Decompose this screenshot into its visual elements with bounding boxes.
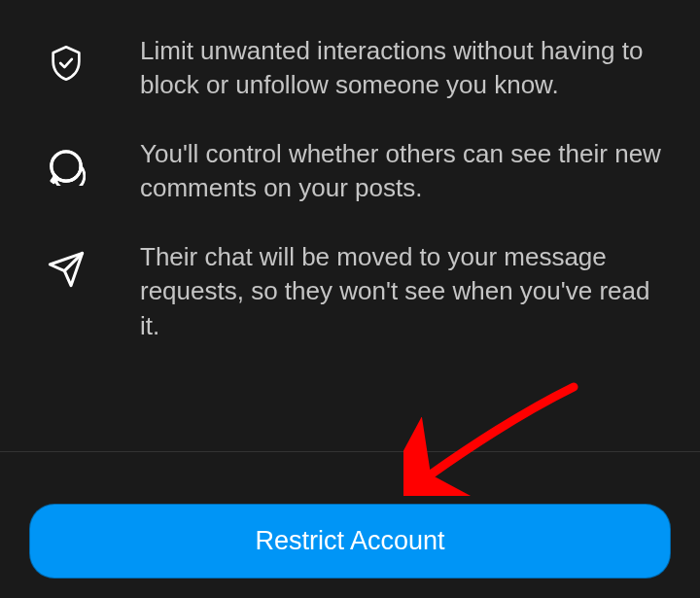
footer: Restrict Account [29,504,671,579]
divider [0,451,700,452]
annotation-arrow [403,379,598,500]
info-row-send: Their chat will be moved to your message… [47,240,671,342]
info-row-comment: You'll control whether others can see th… [47,137,671,205]
send-icon [47,240,93,289]
info-text-send: Their chat will be moved to your message… [93,240,671,342]
restrict-account-button[interactable]: Restrict Account [29,504,671,579]
info-text-shield: Limit unwanted interactions without havi… [93,34,671,102]
shield-check-icon [47,34,93,83]
info-text-comment: You'll control whether others can see th… [93,137,671,205]
restrict-info-panel: Limit unwanted interactions without havi… [0,0,700,343]
comment-icon [47,137,93,186]
info-row-shield: Limit unwanted interactions without havi… [47,34,671,102]
